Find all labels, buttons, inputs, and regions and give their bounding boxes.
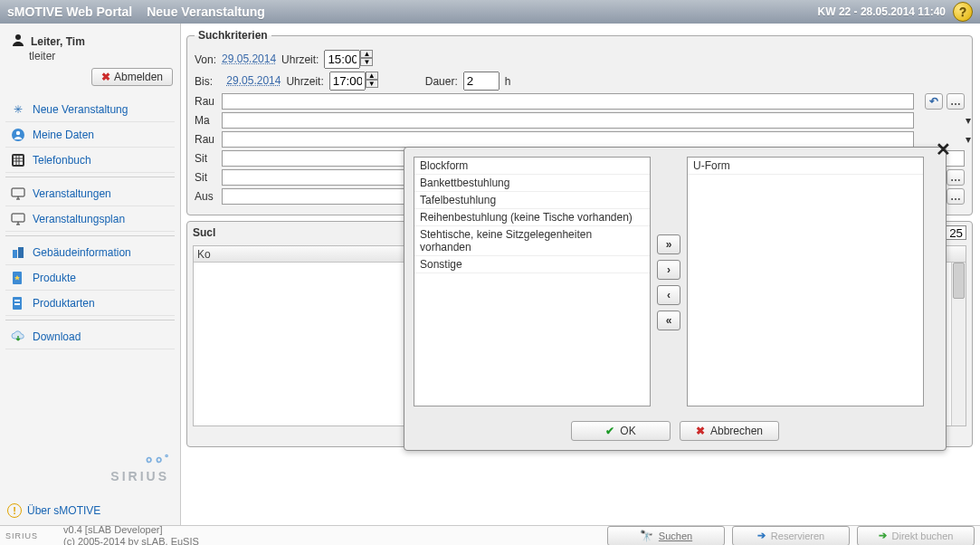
buildings-icon — [11, 245, 25, 260]
move-right-button[interactable]: › — [657, 260, 680, 280]
svg-rect-13 — [14, 303, 20, 305]
undo-button[interactable]: ↶ — [925, 93, 943, 110]
selected-list[interactable]: U-Form — [687, 157, 924, 406]
sidebar-item-label: Neue Veranstaltung — [33, 103, 128, 116]
sidebar-item-plan[interactable]: Veranstaltungsplan — [5, 206, 175, 232]
svg-rect-6 — [12, 214, 24, 222]
list-item[interactable]: Blockform — [414, 158, 650, 175]
svg-point-0 — [15, 34, 21, 40]
duration-label: Dauer: — [425, 75, 458, 88]
search-button[interactable]: 🔭 Suchen — [607, 526, 725, 546]
move-left-button[interactable]: ‹ — [657, 285, 680, 305]
sidebar-item-my-data[interactable]: Meine Daten — [5, 122, 175, 148]
list-item[interactable]: Bankettbestuhlung — [414, 175, 650, 192]
search-label: Suchen — [659, 531, 692, 541]
about-link[interactable]: ! Über sMOTIVE — [7, 503, 100, 518]
svg-rect-4 — [14, 156, 23, 165]
book-button[interactable]: ➔ Direkt buchen — [857, 526, 975, 546]
move-all-right-button[interactable]: » — [657, 234, 680, 254]
from-label: Von: — [195, 53, 216, 66]
about-label: Über sMOTIVE — [27, 504, 100, 517]
from-time-down[interactable]: ▼ — [360, 58, 373, 66]
to-time-up[interactable]: ▲ — [366, 72, 378, 80]
page-title: Neue Veranstaltung — [147, 5, 265, 19]
monitor-icon — [11, 186, 25, 201]
svg-rect-7 — [13, 250, 17, 258]
ok-label: OK — [620, 425, 635, 437]
sidebar-item-product-types[interactable]: Produktarten — [5, 291, 175, 316]
content: Suchkriterien Von: 29.05.2014 Uhrzeit: ▲… — [181, 24, 980, 525]
info-icon: ! — [7, 503, 22, 518]
svg-rect-8 — [18, 247, 24, 258]
from-time-input[interactable] — [324, 50, 360, 69]
help-button[interactable]: ? — [953, 2, 973, 22]
sidebar-item-building[interactable]: Gebäudeinformation — [5, 240, 175, 265]
sidebar-item-products[interactable]: Produkte — [5, 265, 175, 291]
brand-link[interactable]: sMOTIVE Web Portal — [7, 5, 132, 19]
status-bar: SIRIUS v0.4 [sLAB Developer] (c) 2005-20… — [0, 525, 980, 545]
available-list[interactable]: Blockform Bankettbestuhlung Tafelbestuhl… — [414, 157, 651, 406]
arrow-right-icon: ➔ — [757, 530, 766, 541]
criteria-input[interactable] — [222, 131, 914, 148]
browse-button[interactable]: … — [947, 93, 965, 110]
criteria-row-label: Sit — [195, 152, 216, 165]
logout-label: Abmelden — [114, 71, 163, 83]
criteria-row-label: Rau — [195, 95, 216, 108]
reserve-label: Reservieren — [771, 531, 824, 541]
book-label: Direkt buchen — [892, 531, 954, 541]
reserve-button[interactable]: ➔ Reservieren — [732, 526, 850, 546]
monitor-icon — [11, 212, 25, 226]
list-item[interactable]: U-Form — [688, 158, 923, 175]
to-time-input[interactable] — [329, 72, 366, 91]
copyright-text: (c) 2005-2014 by sLAB, EuSIS — [63, 536, 199, 546]
from-time-up[interactable]: ▲ — [360, 50, 373, 58]
sidebar-item-label: Meine Daten — [33, 129, 94, 141]
cancel-label: Abbrechen — [710, 425, 763, 437]
version-text: v0.4 [sLAB Developer] — [63, 524, 199, 535]
header-datetime: KW 22 - 28.05.2014 11:40 — [818, 5, 946, 18]
close-icon: ✖ — [696, 425, 705, 437]
svg-rect-5 — [12, 188, 24, 196]
browse-button[interactable]: … — [947, 188, 965, 205]
results-col-header[interactable]: Ko — [197, 248, 211, 261]
criteria-input[interactable] — [222, 93, 914, 110]
selection-modal: ✕ Blockform Bankettbestuhlung Tafelbestu… — [404, 147, 947, 451]
browse-button[interactable]: … — [947, 169, 965, 186]
criteria-row-label: Rau — [195, 133, 216, 146]
list-item[interactable]: Sonstige — [414, 256, 650, 273]
from-date-field[interactable]: 29.05.2014 — [222, 53, 276, 66]
move-all-left-button[interactable]: « — [657, 311, 680, 330]
file-star-icon — [11, 271, 25, 285]
sidebar: Leiter, Tim tleiter ✖ Abmelden ✳ Neue Ve… — [0, 24, 181, 525]
modal-close-button[interactable]: ✕ — [936, 139, 951, 160]
duration-input[interactable] — [463, 72, 500, 91]
sidebar-item-events[interactable]: Veranstaltungen — [5, 181, 175, 206]
binoculars-icon: 🔭 — [640, 530, 653, 542]
sidebar-item-phonebook[interactable]: Telefonbuch — [5, 148, 175, 173]
cloud-down-icon — [11, 330, 25, 344]
results-scrollbar[interactable] — [951, 263, 966, 425]
from-time-label: Uhrzeit: — [281, 53, 319, 66]
to-date-field[interactable]: 29.05.2014 — [226, 74, 281, 88]
cancel-button[interactable]: ✖ Abbrechen — [680, 421, 779, 441]
ok-button[interactable]: ✔ OK — [571, 421, 671, 441]
criteria-input[interactable] — [222, 112, 914, 129]
sidebar-item-label: Produkte — [33, 272, 76, 284]
criteria-row-label: Ma — [195, 114, 216, 127]
person-circle-icon — [11, 128, 25, 142]
criteria-row-label: Aus — [195, 190, 216, 203]
sidebar-item-download[interactable]: Download — [5, 324, 175, 349]
list-item[interactable]: Reihenbestuhlung (keine Tische vorhanden… — [414, 209, 650, 226]
sidebar-item-new-event[interactable]: ✳ Neue Veranstaltung — [5, 97, 175, 122]
list-item[interactable]: Tafelbestuhlung — [414, 192, 650, 209]
sirius-mini-logo: SIRIUS — [5, 531, 38, 540]
logout-button[interactable]: ✖ Abmelden — [91, 68, 173, 86]
criteria-legend: Suchkriterien — [195, 29, 271, 42]
sidebar-item-label: Gebäudeinformation — [33, 246, 131, 259]
sidebar-item-label: Produktarten — [33, 297, 95, 310]
sparkle-icon: ✳ — [11, 102, 25, 117]
list-item[interactable]: Stehtische, keine Sitzgelegenheiten vorh… — [414, 226, 650, 256]
user-login: tleiter — [11, 50, 169, 62]
to-time-down[interactable]: ▼ — [366, 80, 378, 88]
sirius-logo: ∘∘∘ SIRIUS — [110, 449, 169, 483]
